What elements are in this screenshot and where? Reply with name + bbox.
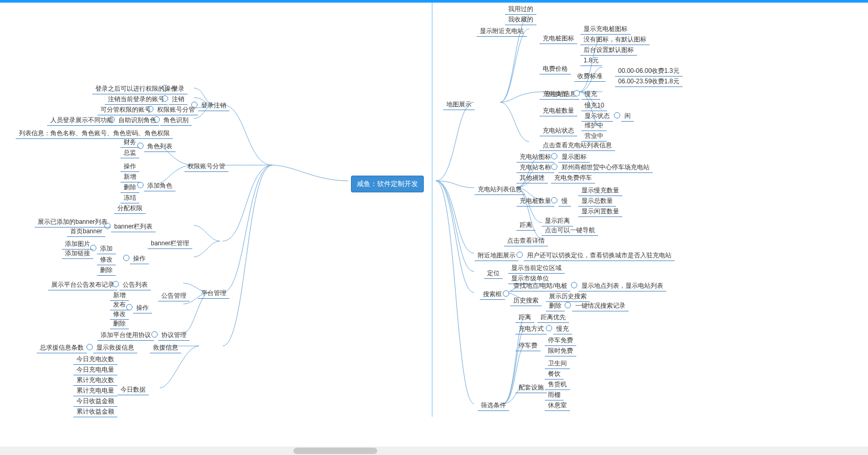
login-desc-0: 登录之后可以进行权限的操作 [92,84,180,94]
login-item-3[interactable]: 角色识别 [160,115,192,126]
search-find[interactable]: 查找地点/电站/电桩 [510,281,570,291]
search-hist-del-val: 一键情况搜索记录 [572,301,629,311]
dot [86,344,93,350]
role-title[interactable]: 权限账号分管 [184,161,228,172]
locate[interactable]: 定位 [484,268,503,279]
root-node[interactable]: 咸鱼：软件定制开发 [351,176,424,192]
banner-op-1: 修改 [97,255,116,265]
map-used-1: 我收藏的 [505,15,536,25]
banner-add[interactable]: 添加 [97,244,116,254]
stlist-name[interactable]: 充电站名称 [517,162,554,173]
dot [546,325,552,331]
stlist-dist-1: 点击可以一键导航 [542,225,598,236]
login-title[interactable]: 登录注销 [198,101,229,111]
stlist-dist[interactable]: 距离 [517,220,535,231]
count-state-val: 闲 [621,111,634,122]
top-border [0,0,868,3]
count[interactable]: 充电桩数量 [540,106,577,116]
banner-op-2: 删除 [97,265,116,276]
horizontal-scrollbar[interactable] [0,447,868,455]
rescue-show-desc: 总求援信息条数 [37,343,87,353]
stlist-count-2: 显示闲置数量 [578,207,622,217]
filter-fac-2: 售货机 [545,380,570,390]
login-item-1[interactable]: 注销 [169,94,188,105]
role-add-0: 操作 [120,161,139,172]
price-std[interactable]: 收费标准 [574,71,606,82]
login-item-2[interactable]: 权限账号分管 [154,105,198,115]
banner-title[interactable]: banner栏管理 [148,239,192,249]
banner-add-1: 添加链接 [62,248,93,259]
stlist-detail: 点击查看详情 [504,236,548,246]
dot [565,302,571,308]
role-list-1: 总监 [120,148,139,158]
filter-dist-val: 距离优先 [537,312,569,323]
filter-fac[interactable]: 配套设施 [515,383,547,393]
filter-mode[interactable]: 充电方式 [515,324,547,334]
today-title[interactable]: 今日数据 [117,385,149,395]
filter[interactable]: 筛选条件 [478,400,509,411]
login-desc-1: 注销当前登录的账号 [105,94,168,105]
dot [571,282,577,288]
map-nearby[interactable]: 显示附近充电站 [477,26,527,37]
notice-op[interactable]: 操作 [133,303,152,313]
dot [517,252,523,258]
login-desc-2: 可分管权限的账号 [97,105,154,115]
role-list-desc: 列表信息：角色名称、角色账号、角色密码、角色权限 [16,128,173,139]
notice-title[interactable]: 公告管理 [158,291,190,301]
role-add[interactable]: 添加角色 [144,181,175,191]
filter-park-1: 限时免费 [545,346,576,356]
nearmap[interactable]: 附近地图展示 [475,251,519,261]
filter-dist[interactable]: 距离 [515,312,534,323]
count-state[interactable]: 显示状态 [581,111,613,122]
role-add-3: 冻结 [120,193,139,203]
stlist-count-1: 显示总数量 [578,196,616,207]
notice-op-3: 删除 [110,319,129,329]
sticon[interactable]: 充电桩图标 [540,34,577,44]
search[interactable]: 搜索框 [480,289,505,300]
today-2: 累计充电次数 [73,375,117,386]
protocol[interactable]: 协议管理 [158,330,190,341]
scrollbar-thumb[interactable] [293,448,377,454]
today-5: 累计收益金额 [73,407,117,417]
role-list[interactable]: 角色列表 [144,142,175,152]
rescue-title[interactable]: 救援信息 [150,343,181,353]
banner-op[interactable]: 操作 [130,254,149,264]
filter-fac-0: 卫生间 [545,359,570,369]
dot [551,197,557,203]
today-4: 今日收益金额 [73,396,117,407]
filter-fac-4: 休息室 [545,400,570,411]
role-add-2: 删除 [120,182,139,193]
banner-list-0: 展示已添加的banner列表 [35,217,111,228]
map-title[interactable]: 地图展示 [443,100,475,110]
role-list-0: 财务 [120,137,139,148]
search-hist-del[interactable]: 删除 [546,301,565,311]
notice-op-1: 发布 [110,300,129,310]
banner-list-1: 首页banner [67,226,105,237]
stlist[interactable]: 充电站列表信息 [475,185,525,195]
protocol-desc: 添加平台使用协议 [97,330,154,341]
stlist-count-val: 慢 [558,196,571,207]
stlist-name-val: 郑州商都世贸中心停车场充电站 [558,162,653,173]
stlist-count-0: 显示慢充数量 [578,186,622,196]
today-0: 今日充电次数 [73,354,117,365]
platform-title[interactable]: 平台管理 [198,288,229,299]
root-label: 咸鱼：软件定制开发 [357,180,418,188]
stlist-other[interactable]: 其他描述 [517,173,548,183]
notice-list-desc: 展示平台公告发布记录 [48,280,117,290]
count-val: 慢充10 [581,101,607,111]
notice-list[interactable]: 公告列表 [119,280,151,290]
search-hist[interactable]: 历史搜索 [510,296,542,306]
search-hist-0: 展示历史搜索 [546,291,590,302]
stlist-icon[interactable]: 充电站图标 [517,152,554,162]
search-find-val: 显示地点列表，显示电站列表 [578,281,666,291]
status[interactable]: 充电站状态 [540,126,577,136]
nearmap-val: 用户还可以切换定位，查看切换城市是否入驻充电站 [524,251,675,261]
price[interactable]: 电费价格 [540,64,571,74]
stlist-count[interactable]: 充电桩数量 [517,196,554,207]
rescue-show[interactable]: 显示救援信息 [93,343,137,353]
banner-list[interactable]: banner栏列表 [111,222,156,232]
filter-park[interactable]: 停车费 [515,341,541,351]
filter-park-0: 停车免费 [545,335,576,346]
role-add-4: 分配权限 [114,203,146,214]
type[interactable]: 充电类型 [540,89,571,100]
